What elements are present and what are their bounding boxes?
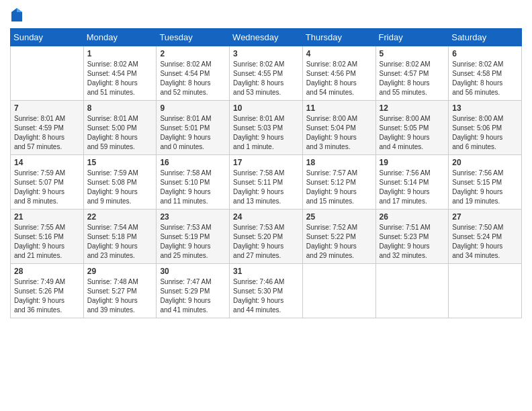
calendar-cell: 4Sunrise: 8:02 AMSunset: 4:56 PMDaylight… bbox=[302, 46, 375, 101]
day-number: 30 bbox=[160, 267, 226, 276]
day-info: Sunrise: 7:47 AMSunset: 5:29 PMDaylight:… bbox=[160, 277, 226, 315]
day-info: Sunrise: 7:55 AMSunset: 5:16 PMDaylight:… bbox=[14, 223, 80, 261]
day-number: 24 bbox=[233, 212, 299, 222]
day-info: Sunrise: 7:49 AMSunset: 5:26 PMDaylight:… bbox=[14, 277, 80, 315]
header bbox=[10, 7, 522, 23]
day-number: 15 bbox=[87, 158, 153, 167]
calendar-cell bbox=[375, 264, 449, 318]
calendar-week-3: 14Sunrise: 7:59 AMSunset: 5:07 PMDayligh… bbox=[11, 155, 522, 210]
day-number: 28 bbox=[14, 267, 80, 276]
day-info: Sunrise: 8:02 AMSunset: 4:58 PMDaylight:… bbox=[452, 60, 518, 97]
day-info: Sunrise: 7:58 AMSunset: 5:11 PMDaylight:… bbox=[233, 169, 299, 206]
day-info: Sunrise: 7:57 AMSunset: 5:12 PMDaylight:… bbox=[306, 169, 372, 206]
weekday-header-row: SundayMondayTuesdayWednesdayThursdayFrid… bbox=[11, 29, 522, 46]
day-number: 20 bbox=[452, 158, 518, 167]
calendar-cell: 5Sunrise: 8:02 AMSunset: 4:57 PMDaylight… bbox=[375, 46, 449, 101]
logo-icon bbox=[10, 7, 24, 23]
day-number: 21 bbox=[14, 212, 80, 222]
day-number: 19 bbox=[380, 158, 445, 167]
calendar-cell bbox=[302, 264, 375, 318]
weekday-header-monday: Monday bbox=[83, 29, 157, 46]
day-info: Sunrise: 8:00 AMSunset: 5:06 PMDaylight:… bbox=[452, 114, 518, 152]
day-number: 17 bbox=[233, 158, 299, 167]
day-info: Sunrise: 7:58 AMSunset: 5:10 PMDaylight:… bbox=[160, 169, 226, 206]
calendar-cell: 27Sunrise: 7:50 AMSunset: 5:24 PMDayligh… bbox=[449, 210, 522, 264]
calendar-cell: 1Sunrise: 8:02 AMSunset: 4:54 PMDaylight… bbox=[83, 46, 157, 101]
day-info: Sunrise: 8:00 AMSunset: 5:04 PMDaylight:… bbox=[306, 114, 372, 152]
day-info: Sunrise: 7:56 AMSunset: 5:14 PMDaylight:… bbox=[380, 169, 445, 206]
day-info: Sunrise: 8:02 AMSunset: 4:55 PMDaylight:… bbox=[233, 60, 299, 97]
calendar-cell: 26Sunrise: 7:51 AMSunset: 5:23 PMDayligh… bbox=[375, 210, 449, 264]
day-number: 26 bbox=[380, 212, 445, 222]
day-number: 12 bbox=[380, 103, 445, 113]
logo bbox=[10, 7, 26, 23]
day-info: Sunrise: 8:01 AMSunset: 5:03 PMDaylight:… bbox=[233, 114, 299, 152]
calendar-cell: 13Sunrise: 8:00 AMSunset: 5:06 PMDayligh… bbox=[449, 101, 522, 155]
day-info: Sunrise: 7:52 AMSunset: 5:22 PMDaylight:… bbox=[306, 223, 372, 261]
calendar-cell: 31Sunrise: 7:46 AMSunset: 5:30 PMDayligh… bbox=[230, 264, 303, 318]
day-info: Sunrise: 7:59 AMSunset: 5:08 PMDaylight:… bbox=[87, 169, 153, 206]
calendar-cell: 19Sunrise: 7:56 AMSunset: 5:14 PMDayligh… bbox=[375, 155, 449, 210]
day-number: 13 bbox=[452, 103, 518, 113]
day-info: Sunrise: 8:02 AMSunset: 4:54 PMDaylight:… bbox=[87, 60, 153, 97]
calendar-cell: 30Sunrise: 7:47 AMSunset: 5:29 PMDayligh… bbox=[157, 264, 230, 318]
calendar-cell: 20Sunrise: 7:56 AMSunset: 5:15 PMDayligh… bbox=[449, 155, 522, 210]
weekday-header-sunday: Sunday bbox=[11, 29, 84, 46]
day-number: 9 bbox=[160, 103, 226, 113]
calendar-table: SundayMondayTuesdayWednesdayThursdayFrid… bbox=[10, 28, 522, 318]
day-number: 22 bbox=[87, 212, 153, 222]
calendar-cell: 24Sunrise: 7:53 AMSunset: 5:20 PMDayligh… bbox=[230, 210, 303, 264]
day-number: 29 bbox=[87, 267, 153, 276]
calendar-cell bbox=[11, 46, 84, 101]
main-container: SundayMondayTuesdayWednesdayThursdayFrid… bbox=[0, 0, 532, 325]
calendar-cell: 11Sunrise: 8:00 AMSunset: 5:04 PMDayligh… bbox=[302, 101, 375, 155]
calendar-cell: 6Sunrise: 8:02 AMSunset: 4:58 PMDaylight… bbox=[449, 46, 522, 101]
svg-marker-1 bbox=[17, 8, 22, 12]
weekday-header-tuesday: Tuesday bbox=[157, 29, 230, 46]
calendar-cell: 28Sunrise: 7:49 AMSunset: 5:26 PMDayligh… bbox=[11, 264, 84, 318]
calendar-cell: 7Sunrise: 8:01 AMSunset: 4:59 PMDaylight… bbox=[11, 101, 84, 155]
day-info: Sunrise: 7:53 AMSunset: 5:20 PMDaylight:… bbox=[233, 223, 299, 261]
calendar-cell: 23Sunrise: 7:53 AMSunset: 5:19 PMDayligh… bbox=[157, 210, 230, 264]
day-number: 10 bbox=[233, 103, 299, 113]
calendar-cell: 12Sunrise: 8:00 AMSunset: 5:05 PMDayligh… bbox=[375, 101, 449, 155]
day-number: 11 bbox=[306, 103, 372, 113]
day-number: 2 bbox=[160, 49, 226, 58]
calendar-cell: 16Sunrise: 7:58 AMSunset: 5:10 PMDayligh… bbox=[157, 155, 230, 210]
day-info: Sunrise: 8:02 AMSunset: 4:57 PMDaylight:… bbox=[380, 60, 445, 97]
weekday-header-thursday: Thursday bbox=[302, 29, 375, 46]
calendar-week-1: 1Sunrise: 8:02 AMSunset: 4:54 PMDaylight… bbox=[11, 46, 522, 101]
day-info: Sunrise: 7:48 AMSunset: 5:27 PMDaylight:… bbox=[87, 277, 153, 315]
day-info: Sunrise: 8:01 AMSunset: 5:01 PMDaylight:… bbox=[160, 114, 226, 152]
day-number: 5 bbox=[380, 49, 445, 58]
day-info: Sunrise: 8:01 AMSunset: 4:59 PMDaylight:… bbox=[14, 114, 80, 152]
calendar-cell: 18Sunrise: 7:57 AMSunset: 5:12 PMDayligh… bbox=[302, 155, 375, 210]
calendar-cell: 10Sunrise: 8:01 AMSunset: 5:03 PMDayligh… bbox=[230, 101, 303, 155]
day-info: Sunrise: 7:54 AMSunset: 5:18 PMDaylight:… bbox=[87, 223, 153, 261]
calendar-cell: 25Sunrise: 7:52 AMSunset: 5:22 PMDayligh… bbox=[302, 210, 375, 264]
day-number: 16 bbox=[160, 158, 226, 167]
day-number: 7 bbox=[14, 103, 80, 113]
day-number: 23 bbox=[160, 212, 226, 222]
day-number: 6 bbox=[452, 49, 518, 58]
weekday-header-friday: Friday bbox=[375, 29, 449, 46]
calendar-cell bbox=[449, 264, 522, 318]
day-info: Sunrise: 8:00 AMSunset: 5:05 PMDaylight:… bbox=[380, 114, 445, 152]
weekday-header-wednesday: Wednesday bbox=[230, 29, 303, 46]
day-info: Sunrise: 7:53 AMSunset: 5:19 PMDaylight:… bbox=[160, 223, 226, 261]
day-number: 3 bbox=[233, 49, 299, 58]
calendar-week-4: 21Sunrise: 7:55 AMSunset: 5:16 PMDayligh… bbox=[11, 210, 522, 264]
day-number: 27 bbox=[452, 212, 518, 222]
day-number: 31 bbox=[233, 267, 299, 276]
day-info: Sunrise: 8:02 AMSunset: 4:56 PMDaylight:… bbox=[306, 60, 372, 97]
calendar-cell: 29Sunrise: 7:48 AMSunset: 5:27 PMDayligh… bbox=[83, 264, 157, 318]
day-number: 14 bbox=[14, 158, 80, 167]
day-info: Sunrise: 8:02 AMSunset: 4:54 PMDaylight:… bbox=[160, 60, 226, 97]
day-info: Sunrise: 7:56 AMSunset: 5:15 PMDaylight:… bbox=[452, 169, 518, 206]
calendar-week-5: 28Sunrise: 7:49 AMSunset: 5:26 PMDayligh… bbox=[11, 264, 522, 318]
day-info: Sunrise: 8:01 AMSunset: 5:00 PMDaylight:… bbox=[87, 114, 153, 152]
calendar-cell: 22Sunrise: 7:54 AMSunset: 5:18 PMDayligh… bbox=[83, 210, 157, 264]
day-info: Sunrise: 7:59 AMSunset: 5:07 PMDaylight:… bbox=[14, 169, 80, 206]
day-info: Sunrise: 7:46 AMSunset: 5:30 PMDaylight:… bbox=[233, 277, 299, 315]
calendar-cell: 9Sunrise: 8:01 AMSunset: 5:01 PMDaylight… bbox=[157, 101, 230, 155]
